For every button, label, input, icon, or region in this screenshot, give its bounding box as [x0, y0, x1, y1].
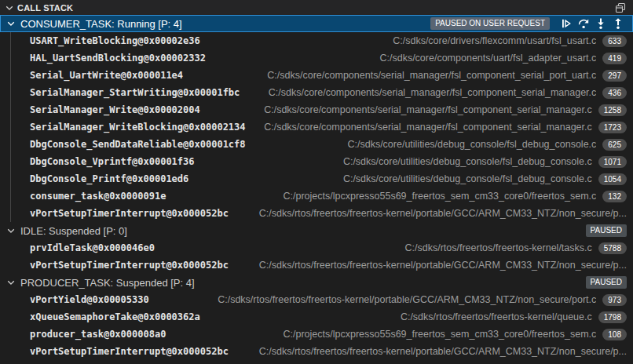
- stack-frame-row[interactable]: producer_task@0x000008a0 C:/projects/lpc…: [0, 326, 633, 343]
- frame-line-badge: 419: [602, 53, 627, 64]
- stack-frame-row[interactable]: DbgConsole_Vprintf@0x00001f36 C:/sdks/co…: [0, 153, 633, 170]
- stack-frame-row[interactable]: consumer_task@0x0000091e C:/projects/lpc…: [0, 187, 633, 205]
- indent-guide: [10, 153, 11, 170]
- frame-line-badge: 1054: [598, 173, 627, 185]
- thread-row-producer-task[interactable]: PRODUCER_TASK: Suspended [P: 4] PAUSED: [0, 274, 633, 291]
- thread-label: IDLE: Suspended [P: 0]: [20, 225, 127, 237]
- indent-guide: [10, 118, 11, 136]
- thread-label: PRODUCER_TASK: Suspended [P: 4]: [20, 277, 195, 289]
- frame-function-name: DbgConsole_Printf@0x00001ed6: [30, 173, 188, 184]
- indent-guide: [10, 170, 11, 187]
- frame-function-name: DbgConsole_SendDataReliable@0x00001cf8: [30, 139, 246, 150]
- indent-guide: [10, 187, 11, 205]
- stack-frame-row[interactable]: prvIdleTask@0x000046e0 C:/sdks/rtos/free…: [0, 239, 633, 257]
- thread-row-consumer-task[interactable]: CONSUMER_TASK: Running [P: 4] PAUSED ON …: [0, 15, 633, 32]
- call-stack-header[interactable]: CALL STACK: [0, 0, 633, 15]
- paused-badge: PAUSED: [586, 224, 627, 237]
- indent-guide: [10, 205, 11, 222]
- frame-file-path: C:/sdks/core/components/serial_manager/f…: [207, 104, 592, 115]
- frame-file-path: C:/sdks/core/drivers/flexcomm/usart/fsl_…: [207, 35, 597, 46]
- frame-line-badge: 297: [602, 70, 627, 82]
- frame-function-name: DbgConsole_Vprintf@0x00001f36: [30, 156, 195, 167]
- frame-line-badge: 5788: [598, 242, 627, 254]
- frame-function-name: xQueueSemaphoreTake@0x0000362a: [30, 311, 200, 322]
- step-over-icon[interactable]: [575, 16, 592, 31]
- frame-line-badge: 625: [602, 139, 627, 151]
- chevron-down-icon[interactable]: [5, 17, 17, 30]
- frame-line-badge: 132: [602, 191, 627, 202]
- frame-line-badge: 633: [602, 35, 627, 47]
- step-into-icon[interactable]: [592, 16, 609, 31]
- frame-line-badge: 436: [602, 87, 627, 99]
- chevron-down-icon[interactable]: [5, 276, 17, 289]
- indent-guide: [10, 101, 11, 118]
- indent-guide: [10, 136, 11, 153]
- thread-label: CONSUMER_TASK: Running [P: 4]: [20, 18, 182, 30]
- call-stack-panel: CALL STACK CONSUMER_TASK: Running [P: 4]…: [0, 0, 633, 364]
- continue-icon[interactable]: [558, 16, 575, 31]
- frame-function-name: SerialManager_WriteBlocking@0x00002134: [30, 122, 246, 133]
- indent-guide: [10, 32, 11, 49]
- stack-frame-row[interactable]: SerialManager_WriteBlocking@0x00002134 C…: [0, 118, 633, 136]
- stack-frame-row[interactable]: SerialManager_StartWriting@0x00001fbc C:…: [0, 84, 633, 101]
- stack-frame-row[interactable]: vPortSetupTimerInterrupt@0x000052bc C:/s…: [0, 343, 633, 360]
- step-out-icon[interactable]: [609, 16, 627, 31]
- frame-line-badge: 1258: [598, 104, 627, 116]
- frame-function-name: vPortSetupTimerInterrupt@0x000052bc: [30, 260, 229, 271]
- frame-function-name: vPortYield@0x00005330: [30, 294, 149, 305]
- frame-file-path: C:/sdks/core/components/serial_manager/f…: [252, 122, 592, 133]
- stack-frame-row[interactable]: DbgConsole_Printf@0x00001ed6 C:/sdks/cor…: [0, 170, 633, 187]
- pane-title: CALL STACK: [17, 3, 613, 13]
- open-editors-icon[interactable]: [613, 1, 628, 15]
- stack-frame-row[interactable]: DbgConsole_SendDataReliable@0x00001cf8 C…: [0, 136, 633, 153]
- stack-frame-row[interactable]: HAL_UartSendBlocking@0x00002332 C:/sdks/…: [0, 49, 633, 67]
- thread-row-idle[interactable]: IDLE: Suspended [P: 0] PAUSED: [0, 222, 633, 239]
- frame-file-path: C:/sdks/rtos/freertos/freertos-kernel/po…: [156, 294, 597, 305]
- frame-function-name: producer_task@0x000008a0: [30, 329, 166, 340]
- frame-function-name: Serial_UartWrite@0x000011e4: [30, 70, 183, 81]
- frame-file-path: C:/projects/lpcxpresso55s69_freertos_sem…: [172, 329, 596, 340]
- frame-file-path: C:/sdks/rtos/freertos/freertos-kernel/po…: [235, 260, 627, 271]
- frame-function-name: vPortSetupTimerInterrupt@0x000052bc: [30, 208, 229, 219]
- frame-file-path: C:/sdks/core/components/serial_manager/f…: [246, 87, 596, 98]
- stack-frame-row[interactable]: vPortSetupTimerInterrupt@0x000052bc C:/s…: [0, 257, 633, 274]
- frame-function-name: SerialManager_Write@0x00002004: [30, 104, 200, 115]
- frame-file-path: C:/sdks/core/utilities/debug_console/fsl…: [195, 173, 591, 184]
- stack-frame-row[interactable]: Serial_UartWrite@0x000011e4 C:/sdks/core…: [0, 67, 633, 84]
- stack-frame-row[interactable]: vPortYield@0x00005330 C:/sdks/rtos/freer…: [0, 291, 633, 308]
- debug-toolbar: [558, 16, 627, 31]
- stack-frame-row[interactable]: xQueueSemaphoreTake@0x0000362a C:/sdks/r…: [0, 308, 633, 326]
- frame-line-badge: 1723: [598, 122, 627, 133]
- indent-guide: [10, 84, 11, 101]
- indent-guide: [10, 67, 11, 84]
- frame-line-badge: 108: [602, 329, 627, 340]
- frame-function-name: USART_WriteBlocking@0x00002e36: [30, 35, 200, 46]
- status-badge: PAUSED ON USER REQUEST: [430, 17, 550, 30]
- frame-function-name: vPortSetupTimerInterrupt@0x000052bc: [30, 346, 229, 357]
- indent-guide: [10, 49, 11, 67]
- frame-file-path: C:/sdks/rtos/freertos/freertos-kernel/qu…: [207, 311, 592, 322]
- frame-line-badge: 973: [602, 294, 627, 306]
- chevron-down-icon: [3, 2, 16, 14]
- stack-frame-row[interactable]: SerialManager_Write@0x00002004 C:/sdks/c…: [0, 101, 633, 118]
- frame-file-path: C:/sdks/core/utilities/debug_console/fsl…: [252, 139, 597, 150]
- frame-file-path: C:/sdks/core/components/uart/fsl_adapter…: [212, 53, 596, 64]
- frame-file-path: C:/sdks/rtos/freertos/freertos-kernel/po…: [235, 346, 627, 357]
- frame-function-name: HAL_UartSendBlocking@0x00002332: [30, 53, 206, 64]
- frame-file-path: C:/sdks/rtos/freertos/freertos-kernel/ta…: [161, 242, 592, 253]
- frame-function-name: consumer_task@0x0000091e: [30, 191, 166, 202]
- frame-function-name: prvIdleTask@0x000046e0: [30, 242, 155, 253]
- frame-function-name: SerialManager_StartWriting@0x00001fbc: [30, 87, 240, 98]
- chevron-down-icon[interactable]: [5, 224, 17, 237]
- frame-file-path: C:/sdks/rtos/freertos/freertos-kernel/po…: [235, 208, 627, 219]
- frame-line-badge: 1071: [598, 156, 627, 168]
- stack-frame-row[interactable]: vPortSetupTimerInterrupt@0x000052bc C:/s…: [0, 205, 633, 222]
- frame-file-path: C:/sdks/core/components/serial_manager/f…: [189, 70, 596, 81]
- paused-badge: PAUSED: [586, 276, 627, 289]
- stack-frame-row[interactable]: USART_WriteBlocking@0x00002e36 C:/sdks/c…: [0, 32, 633, 49]
- frame-file-path: C:/sdks/core/utilities/debug_console/fsl…: [201, 156, 592, 167]
- frame-file-path: C:/projects/lpcxpresso55s69_freertos_sem…: [172, 191, 596, 202]
- frame-line-badge: 1798: [598, 311, 627, 323]
